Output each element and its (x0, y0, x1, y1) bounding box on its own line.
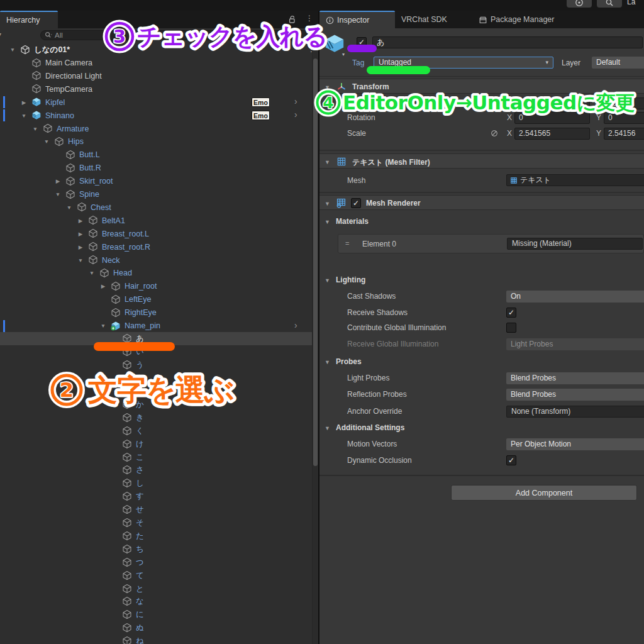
hierarchy-row-ぬ[interactable]: ぬ (0, 621, 312, 635)
foldout-open-icon[interactable]: ▼ (99, 323, 107, 329)
hierarchy-row-つ[interactable]: つ (0, 556, 312, 569)
hierarchy-row-Butt.L[interactable]: Butt.L (0, 148, 312, 162)
foldout-open-icon[interactable]: ▼ (9, 47, 16, 53)
anchor-override-object-field[interactable]: None (Transform) (506, 406, 644, 418)
search-button[interactable] (597, 0, 622, 8)
hierarchy-row-Kipfel[interactable]: ▶KipfelEmo› (0, 96, 312, 109)
hierarchy-row-に[interactable]: に (0, 608, 312, 621)
tab-inspector[interactable]: Inspector (319, 11, 395, 28)
hierarchy-row-LeftEye[interactable]: LeftEye (0, 293, 312, 306)
hierarchy-row-Directional Light[interactable]: Directional Light (0, 69, 312, 82)
tab-package-manager[interactable]: Package Manager (472, 11, 586, 28)
section-title: Lighting (336, 275, 365, 284)
hierarchy-item-label: Shinano (45, 111, 74, 120)
hierarchy-row-と[interactable]: と (0, 582, 312, 596)
mesh-renderer-header[interactable]: ▼ ✓ Mesh Renderer (319, 195, 644, 210)
prefab-open-chevron-icon[interactable]: › (294, 96, 297, 106)
mesh-object-field[interactable]: テキスト (506, 174, 644, 186)
hierarchy-row-く[interactable]: く (0, 425, 312, 438)
hierarchy-row-Neck[interactable]: ▼Neck (0, 253, 312, 267)
hierarchy-row-Hair_root[interactable]: ▶Hair_root (0, 280, 312, 293)
drag-handle-icon[interactable]: = (345, 240, 350, 247)
light-probes-dropdown[interactable]: Blend Probes (506, 372, 644, 384)
hierarchy-row-Main Camera[interactable]: Main Camera (0, 57, 312, 70)
foldout-open-icon[interactable]: ▼ (325, 159, 330, 165)
hierarchy-row-Breast_root.L[interactable]: ▶Breast_root.L (0, 227, 312, 240)
hierarchy-row-ね[interactable]: ね (0, 635, 312, 644)
hierarchy-row-Armature[interactable]: ▼Armature (0, 122, 312, 135)
hierarchy-row-Skirt_root[interactable]: ▶Skirt_root (0, 175, 312, 188)
cast-shadows-dropdown[interactable]: On (506, 291, 644, 303)
hierarchy-row-さ[interactable]: さ (0, 464, 312, 477)
hierarchy-item-label: け (136, 439, 144, 450)
foldout-open-icon[interactable]: ▼ (325, 359, 330, 365)
hierarchy-row-Breast_root.R[interactable]: ▶Breast_root.R (0, 240, 312, 253)
hierarchy-row-な[interactable]: な (0, 595, 312, 608)
material-element-row[interactable]: =Element 0Missing (Material) (338, 234, 644, 253)
hierarchy-row-BeltA1[interactable]: ▶BeltA1 (0, 214, 312, 227)
foldout-open-icon[interactable]: ▼ (325, 201, 330, 207)
hierarchy-row-た[interactable]: た (0, 530, 312, 543)
hierarchy-row-Hips[interactable]: ▼Hips (0, 135, 312, 148)
link-broken-icon[interactable] (491, 130, 498, 137)
hierarchy-row-Shinano[interactable]: ▼ShinanoEmo› (0, 109, 312, 122)
foldout-open-icon[interactable]: ▼ (325, 277, 330, 284)
foldout-closed-icon[interactable]: ▶ (77, 231, 84, 237)
reflection-probes-dropdown[interactable]: Blend Probes (506, 389, 644, 401)
hierarchy-row-け[interactable]: け (0, 438, 312, 451)
element-label: Element 0 (362, 240, 396, 248)
foldout-open-icon[interactable]: ▼ (325, 425, 330, 431)
tab-vrchat-sdk[interactable]: VRChat SDK (395, 11, 469, 28)
foldout-open-icon[interactable]: ▼ (325, 219, 330, 225)
dynamic-occlusion-checkbox[interactable]: ✓ (506, 455, 516, 465)
material-object-field[interactable]: Missing (Material) (507, 238, 643, 250)
hierarchy-row-Butt.R[interactable]: Butt.R (0, 162, 312, 175)
hierarchy-row-て[interactable]: て (0, 569, 312, 582)
foldout-open-icon[interactable]: ▼ (43, 138, 50, 145)
add-component-button[interactable]: Add Component (451, 485, 637, 501)
create-dropdown-caret-icon[interactable]: ▾ (0, 31, 1, 38)
hierarchy-row-し[interactable]: し (0, 477, 312, 490)
hierarchy-row-Chest[interactable]: ▼Chest (0, 201, 312, 214)
layer-dropdown[interactable]: Default (592, 57, 644, 69)
mesh-filter-header[interactable]: ▼ テキスト (Mesh Filter) (319, 153, 644, 169)
gameobject-name-field[interactable]: あ (372, 36, 643, 48)
hierarchy-row-Name_pin[interactable]: ▼Name_pin› (0, 319, 312, 333)
hierarchy-row-す[interactable]: す (0, 490, 312, 503)
hierarchy-row-Head[interactable]: ▼Head (0, 267, 312, 280)
foldout-open-icon[interactable]: ▼ (65, 204, 73, 211)
hierarchy-row-Spine[interactable]: ▼Spine (0, 188, 312, 201)
prefab-open-chevron-icon[interactable]: › (294, 109, 297, 119)
foldout-closed-icon[interactable]: ▶ (54, 178, 62, 184)
layers-label-partial[interactable]: La (627, 0, 635, 6)
receive-shadows-checkbox[interactable]: ✓ (506, 308, 516, 318)
account-button[interactable] (567, 0, 592, 8)
receive-global-illumination-dropdown[interactable]: Light Probes (506, 338, 644, 350)
cube-icon (122, 584, 132, 594)
hierarchy-item-label: Armature (57, 125, 89, 133)
foldout-open-icon[interactable]: ▼ (31, 126, 39, 132)
foldout-closed-icon[interactable]: ▶ (99, 283, 107, 289)
motion-vectors-dropdown[interactable]: Per Object Motion (506, 438, 644, 450)
prefab-open-chevron-icon[interactable]: › (294, 320, 297, 330)
hierarchy-row-そ[interactable]: そ (0, 516, 312, 530)
hierarchy-row-TempCamera[interactable]: TempCamera (0, 82, 312, 96)
transform-scale-x-field[interactable]: 2.541565 (514, 128, 590, 140)
hierarchy-item-label: と (136, 584, 144, 594)
foldout-open-icon[interactable]: ▼ (77, 257, 84, 264)
hierarchy-row-ち[interactable]: ち (0, 543, 312, 556)
contribute-global-illumination-checkbox[interactable] (506, 323, 516, 333)
foldout-open-icon[interactable]: ▼ (88, 270, 96, 276)
foldout-open-icon[interactable]: ▼ (20, 113, 28, 119)
foldout-closed-icon[interactable]: ▶ (20, 99, 28, 106)
foldout-open-icon[interactable]: ▼ (54, 191, 62, 197)
mesh-renderer-enabled-checkbox[interactable]: ✓ (351, 198, 361, 208)
hierarchy-row-せ[interactable]: せ (0, 503, 312, 516)
transform-scale-y-field[interactable]: 2.54156 (604, 128, 644, 140)
tab-hierarchy[interactable]: Hierarchy (0, 11, 58, 28)
hierarchy-row-RightEye[interactable]: RightEye (0, 306, 312, 319)
hierarchy-row-こ[interactable]: こ (0, 451, 312, 464)
prefab-expand-caret-icon[interactable]: ▾ (342, 52, 345, 57)
foldout-closed-icon[interactable]: ▶ (77, 244, 84, 250)
foldout-closed-icon[interactable]: ▶ (77, 218, 84, 224)
